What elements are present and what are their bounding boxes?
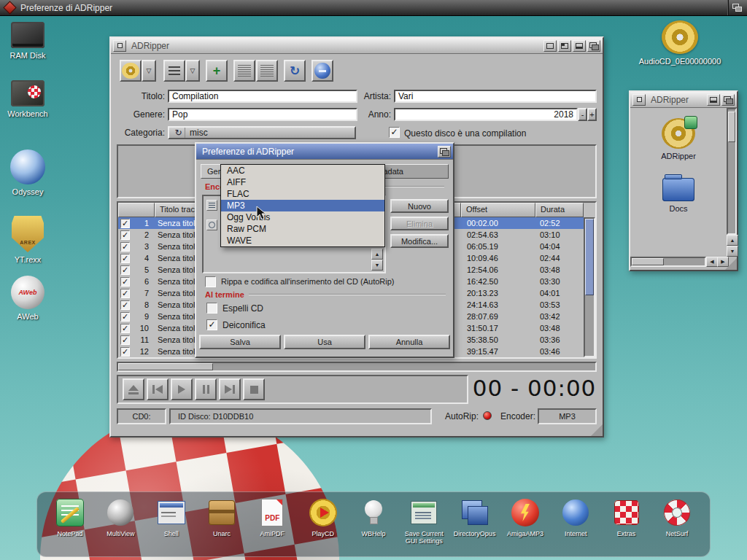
track-checkbox[interactable]: ✓ [120,289,130,298]
scroll-down-button[interactable]: ▼ [727,246,738,257]
dock-item-shell[interactable]: Shell [147,497,196,537]
dock-item-extras[interactable]: Extras [603,497,651,537]
compilation-checkbox[interactable]: ✓ [389,127,400,138]
dock-item-notepad[interactable]: NotePad [46,497,94,537]
resize-gadget[interactable] [725,258,737,270]
desktop-icon-aweb[interactable]: AWeb AWeb [0,276,55,321]
iconify-gadget[interactable] [573,40,586,52]
dropdown-item[interactable]: AAC [221,165,384,176]
next-track-button[interactable] [219,378,241,400]
tracklist-button[interactable] [163,60,185,82]
dock-item-unarc[interactable]: Unarc [198,497,246,537]
track-checkbox[interactable]: ✓ [120,242,130,252]
track-checkbox[interactable]: ✓ [120,254,130,263]
dock-item-save-gui-settings[interactable]: Save Current GUI Settings [400,497,448,545]
stop-button[interactable] [243,378,265,400]
anno-input[interactable]: 2018 [394,108,578,121]
scrollbar-thumb[interactable] [632,258,664,265]
play-button[interactable] [171,378,193,400]
annulla-button[interactable]: Annulla [368,335,450,349]
scroll-left-button[interactable]: ◀ [706,257,718,267]
depth-gadget[interactable] [438,146,451,158]
rip-options-dropdown-button[interactable]: ▽ [142,60,156,82]
iconify-gadget[interactable] [707,94,720,106]
add-button[interactable]: + [206,60,228,82]
titolo-input[interactable]: Compilation [168,90,357,103]
drawer-horizontal-scrollbar[interactable] [630,257,706,267]
elimina-button[interactable]: Elimina [390,217,449,230]
anno-increment-button[interactable]: + [587,108,597,121]
drawer-vertical-scrollbar[interactable] [727,108,737,235]
pause-button[interactable] [195,378,217,400]
anno-decrement-button[interactable]: - [578,108,587,121]
drawer-window-titlebar[interactable]: ADRipper [630,92,737,108]
freedb-button[interactable] [256,60,278,82]
track-checkbox[interactable]: ✓ [120,312,130,322]
tracklist-vertical-scrollbar[interactable] [584,217,595,357]
dock-item-netsurf[interactable]: NetSurf [653,497,701,537]
track-checkbox[interactable]: ✓ [120,230,130,240]
desktop-icon-audiocd[interactable]: AudioCD_0E00000000 [629,20,731,66]
depth-gadget[interactable] [721,94,735,106]
scroll-up-button[interactable]: ▲ [727,235,738,246]
dropdown-item[interactable]: WAVE [221,235,384,246]
track-checkbox[interactable]: ✓ [120,300,130,310]
zoom-gadget[interactable] [558,40,571,52]
nuovo-button[interactable]: Nuovo [390,199,449,213]
dock-item-directoryopus[interactable]: DirectoryOpus [451,497,499,537]
eject-button[interactable] [123,378,144,400]
info-button[interactable] [311,60,333,82]
screen-depth-gadget[interactable] [728,0,747,15]
scrollbar-thumb[interactable] [585,219,594,295]
track-checkbox[interactable]: ✓ [120,277,130,287]
drawer-icon-adripper[interactable]: ADRipper [642,118,715,160]
dropdown-item[interactable]: FLAC [221,188,384,200]
usa-button[interactable]: Usa [284,335,365,349]
track-checkbox[interactable]: ✓ [120,347,130,357]
autorip-checkbox[interactable] [205,276,216,287]
list-scroll-up-button[interactable]: ▲ [371,249,383,260]
track-checkbox[interactable]: ✓ [120,219,130,228]
dock-item-multiview[interactable]: MultiView [96,497,144,537]
resize-gadget[interactable] [591,424,603,436]
genere-input[interactable]: Pop [168,108,357,121]
tracklist-dropdown-button[interactable]: ▽ [185,60,200,82]
dropdown-item[interactable]: Raw PCM [221,223,384,235]
jump-gadget[interactable] [543,40,557,52]
scrollbar-thumb[interactable] [118,363,213,370]
screen-title-bar[interactable]: Preferenze di ADRipper [0,0,747,16]
refresh-button[interactable]: ↻ [284,60,306,82]
dropdown-item[interactable]: Ogg Vorbis [221,211,384,223]
close-gadget[interactable] [113,40,126,52]
prefs-titlebar[interactable]: Preferenze di ADRipper [196,144,453,160]
cdtext-button[interactable] [233,60,255,82]
desktop-icon-odyssey[interactable]: Odyssey [0,149,55,196]
dock-item-amigaamp[interactable]: AmigaAMP3 [501,497,549,537]
dropdown-item-selected[interactable]: MP3 [221,200,384,211]
dropdown-item[interactable]: AIFF [221,176,384,188]
rip-button[interactable] [120,60,142,82]
desktop-icon-workbench[interactable]: Workbench [0,80,55,118]
track-checkbox[interactable]: ✓ [120,324,130,333]
desktop-icon-ram-disk[interactable]: RAM Disk [0,22,55,60]
salva-button[interactable]: Salva [199,335,281,349]
close-gadget[interactable] [632,94,646,106]
main-window-titlebar[interactable]: ADRipper [111,38,603,54]
artista-input[interactable]: Vari [394,90,597,103]
desktop-icon-ytrexx[interactable]: AREX YT.rexx [0,216,55,264]
dock-item-amipdf[interactable]: PDFAmiPDF [248,497,296,537]
espelli-checkbox[interactable] [206,303,217,314]
modifica-button[interactable]: Modifica... [390,234,449,248]
deiconifica-checkbox[interactable]: ✓ [206,319,217,330]
tracklist-horizontal-scrollbar[interactable] [117,362,597,372]
list-scroll-down-button[interactable]: ▼ [371,260,383,271]
tracklist-header-offset[interactable]: Offset [461,203,535,217]
drawer-icon-docs[interactable]: Docs [642,178,715,213]
dock-item-wbhelp[interactable]: WBHelp [349,497,398,537]
prev-track-button[interactable] [147,378,169,400]
dock-item-playcd[interactable]: PlayCD [299,497,347,537]
track-checkbox[interactable]: ✓ [120,265,130,275]
categoria-cycle-gadget[interactable]: ↻ misc [168,126,356,139]
dock-item-internet[interactable]: Internet [551,497,600,537]
depth-gadget[interactable] [587,40,600,52]
